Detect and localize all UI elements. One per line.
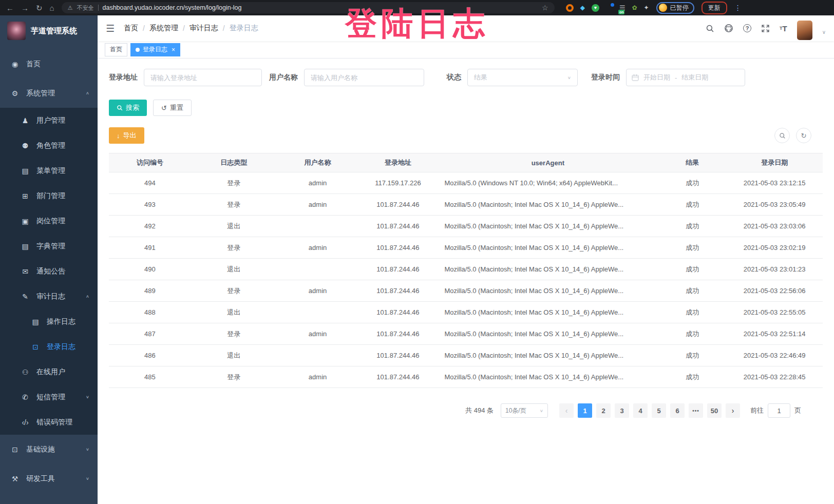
sidebar-item-role-mgmt[interactable]: ⚉角色管理 (0, 133, 98, 158)
breadcrumb-current: 登录日志 (230, 24, 258, 33)
sidebar-item-audit-log[interactable]: ✎审计日志∧ (0, 284, 98, 309)
forward-icon[interactable]: → (21, 4, 29, 12)
reset-button[interactable]: ↺ 重置 (153, 100, 192, 116)
sidebar-item-home[interactable]: ◉首页 (0, 49, 98, 79)
close-icon[interactable]: × (172, 46, 175, 53)
sidebar-item-post-mgmt[interactable]: ▣岗位管理 (0, 208, 98, 234)
sidebar-item-operation-log[interactable]: ▤操作日志 (0, 309, 98, 334)
bookmark-star-icon[interactable]: ☆ (542, 4, 548, 12)
chevron-down-icon[interactable]: ∨ (822, 29, 826, 35)
sidebar-item-sms-mgmt[interactable]: ✆短信管理∨ (0, 384, 98, 410)
plant-icon[interactable]: ✿ (632, 4, 637, 11)
end-date-placeholder[interactable]: 结束日期 (681, 73, 708, 82)
breadcrumb-audit[interactable]: 审计日志 (189, 24, 218, 33)
login-log-icon: ⊡ (31, 343, 40, 351)
breadcrumb-home[interactable]: 首页 (124, 24, 138, 33)
sidebar-item-user-mgmt[interactable]: ♟用户管理 (0, 108, 98, 133)
page-size-select[interactable]: 10条/页 ∨ (501, 403, 548, 418)
pager-page-1[interactable]: 1 (578, 403, 592, 418)
github-icon[interactable] (724, 24, 733, 33)
table-cell: 2021-05-03 22:46:49 (726, 345, 823, 366)
status-select[interactable]: 结果 ∨ (467, 69, 578, 86)
sidebar-item-system-mgmt[interactable]: ⚙系统管理∧ (0, 79, 98, 108)
toggle-search-icon[interactable] (774, 128, 790, 143)
back-icon[interactable]: ← (6, 4, 14, 12)
pager-page-2[interactable]: 2 (596, 403, 611, 418)
column-header: 登录地址 (358, 153, 437, 172)
sidebar-item-dict-mgmt[interactable]: ▤字典管理 (0, 234, 98, 259)
login-address-input[interactable] (144, 69, 262, 86)
reload-icon[interactable]: ↻ (36, 4, 43, 12)
table-cell: 101.87.244.46 (358, 345, 437, 366)
table-cell: 成功 (658, 366, 726, 388)
table-cell: Mozilla/5.0 (Macintosh; Intel Mac OS X 1… (437, 280, 658, 302)
table-cell: admin (277, 237, 359, 259)
login-time-range-picker[interactable]: 开始日期 - 结束日期 (626, 69, 745, 86)
tag-home[interactable]: 首页 (105, 43, 127, 56)
page-content: 登录地址 用户名称 状态 结果 ∨ 登录时间 开始日期 - 结束日期 (98, 59, 834, 504)
breadcrumb-system[interactable]: 系统管理 (149, 24, 178, 33)
browser-update-button[interactable]: 更新 (702, 2, 727, 14)
sidebar-item-notice[interactable]: ✉通知公告 (0, 259, 98, 284)
sidebar-item-menu-mgmt[interactable]: ▤菜单管理 (0, 158, 98, 183)
fullscreen-icon[interactable] (761, 24, 770, 33)
help-icon[interactable]: ? (743, 24, 751, 32)
start-date-placeholder[interactable]: 开始日期 (643, 73, 670, 82)
list-on-icon[interactable]: ☰on (619, 4, 626, 12)
table-cell: 101.87.244.46 (358, 366, 437, 388)
pager-prev-button[interactable]: ‹ (559, 403, 574, 418)
announcement-icon: ✉ (21, 267, 30, 276)
sidebar-item-label: 岗位管理 (36, 217, 65, 226)
pager-next-button[interactable]: › (726, 403, 740, 418)
tag-login-log[interactable]: 登录日志 × (130, 43, 180, 56)
sidebar-item-error-code-mgmt[interactable]: ‹/›错误码管理 (0, 410, 98, 435)
adblock-icon[interactable] (566, 4, 574, 12)
pager-page-4[interactable]: 4 (633, 403, 648, 418)
table-cell: 退出 (191, 216, 277, 237)
sidebar-item-login-log[interactable]: ⊡登录日志 (0, 334, 98, 359)
goto-page-input[interactable] (768, 403, 790, 418)
not-secure-warning-icon: ⚠ (68, 5, 73, 11)
gem-icon[interactable]: ◆ (580, 4, 585, 11)
table-cell: 2021-05-03 22:56:06 (726, 280, 823, 302)
user-avatar[interactable] (797, 21, 812, 40)
refresh-table-icon[interactable]: ↻ (796, 128, 811, 143)
sidebar-item-infrastructure[interactable]: ⊡基础设施∨ (0, 435, 98, 464)
sidebar-item-label: 登录日志 (47, 342, 75, 352)
calendar-icon (632, 74, 639, 81)
puzzle-icon[interactable]: ✦ (644, 4, 649, 11)
search-button[interactable]: 搜索 (109, 100, 147, 116)
export-row: ↓ 导出 ↻ (109, 127, 823, 144)
pager-page-6[interactable]: 6 (670, 403, 685, 418)
health-heart-icon[interactable]: ♥ (592, 4, 599, 12)
font-size-icon[interactable]: TT (780, 25, 787, 32)
pager: ‹ 123456•••50 › (559, 403, 740, 418)
table-cell: 成功 (658, 216, 726, 237)
sidebar-item-dev-tools[interactable]: ⚒研发工具∨ (0, 464, 98, 493)
browser-menu-icon[interactable]: ⋮ (734, 4, 742, 12)
sidebar-item-online-users[interactable]: ⚇在线用户 (0, 359, 98, 384)
app-logo[interactable]: 芋道管理系统 (0, 15, 98, 46)
search-icon[interactable] (706, 24, 714, 33)
pager-page-50[interactable]: 50 (707, 403, 722, 418)
apps-grid-icon[interactable] (606, 5, 613, 11)
column-header: 登录日期 (726, 153, 823, 172)
pager-page-3[interactable]: 3 (615, 403, 629, 418)
table-cell (277, 216, 359, 237)
home-icon[interactable]: ⌂ (50, 4, 54, 12)
browser-profile-paused-chip[interactable]: 已暂停 (656, 2, 694, 14)
table-cell: 101.87.244.46 (358, 280, 437, 302)
sidebar-item-label: 基础设施 (26, 445, 55, 454)
table-cell: Mozilla/5.0 (Macintosh; Intel Mac OS X 1… (437, 302, 658, 323)
username-input[interactable] (304, 69, 424, 86)
pager-page-5[interactable]: 5 (652, 403, 666, 418)
sidebar-toggle-icon[interactable]: ☰ (106, 23, 115, 34)
sidebar-item-label: 短信管理 (36, 393, 65, 402)
sidebar-item-label: 菜单管理 (36, 166, 65, 176)
address-bar[interactable]: ⚠ 不安全 dashboard.yudao.iocoder.cn/system/… (62, 2, 555, 13)
table-cell: Mozilla/5.0 (Windows NT 10.0; Win64; x64… (437, 172, 658, 194)
pager-more-button[interactable]: ••• (689, 403, 703, 418)
sidebar-item-dept-mgmt[interactable]: ⊞部门管理 (0, 183, 98, 208)
export-button[interactable]: ↓ 导出 (109, 127, 144, 144)
breadcrumb-separator: / (223, 24, 225, 32)
